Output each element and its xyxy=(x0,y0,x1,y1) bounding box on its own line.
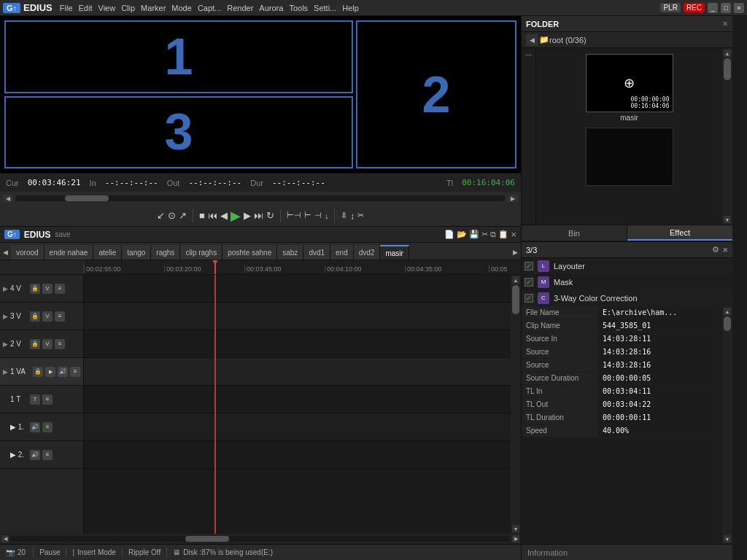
effect-check-color[interactable]: ✓ xyxy=(525,294,533,303)
tl-close-btn[interactable]: × xyxy=(511,229,516,240)
effect-check-layouter[interactable]: ✓ xyxy=(525,262,533,271)
tab-effect[interactable]: Effect xyxy=(627,225,732,241)
tab-tango[interactable]: tango xyxy=(122,245,151,260)
track-vscroll[interactable]: ▲ ▼ xyxy=(511,275,521,534)
tab-raghs[interactable]: raghs xyxy=(151,245,180,260)
stop-btn[interactable]: ■ xyxy=(199,210,205,221)
info-scroll-down[interactable]: ▼ xyxy=(724,535,731,542)
tab-dvd2[interactable]: dvd2 xyxy=(354,245,381,260)
menu-help[interactable]: Help xyxy=(342,4,359,12)
effect-close-btn[interactable]: × xyxy=(722,244,728,255)
bin-vscroll-thumb[interactable] xyxy=(724,58,731,80)
track-lock-1t[interactable]: T xyxy=(30,394,40,405)
track-lock-1va[interactable]: 🔒 xyxy=(33,367,43,377)
step-fwd-btn[interactable]: ▶ xyxy=(244,210,251,221)
track-content[interactable] xyxy=(84,275,511,534)
tl-paste-btn[interactable]: 📋 xyxy=(498,229,508,240)
menu-file[interactable]: File xyxy=(60,4,73,12)
prev-btn[interactable]: ⏮ xyxy=(208,210,217,221)
track-lock-3v[interactable]: 🔒 xyxy=(30,311,40,322)
folder-expand-icon[interactable]: — xyxy=(525,51,532,58)
tl-new-btn[interactable]: 📄 xyxy=(444,229,454,240)
hscroll-right-btn[interactable]: ▶ xyxy=(512,535,519,542)
menu-settings[interactable]: Setti... xyxy=(314,4,336,12)
menu-marker[interactable]: Marker xyxy=(141,4,166,12)
bin-back-btn[interactable]: ◀ xyxy=(526,34,538,46)
close-button[interactable]: × xyxy=(734,3,744,13)
track-lock-4v[interactable]: 🔒 xyxy=(30,284,40,294)
track-expand-1va[interactable]: ▶ xyxy=(3,368,8,376)
menu-mode[interactable]: Mode xyxy=(171,4,192,12)
overwrite-btn[interactable]: ⥥ xyxy=(341,211,347,220)
tab-masir[interactable]: masir xyxy=(380,245,409,260)
effect-settings-btn[interactable]: ⚙ xyxy=(712,244,719,255)
menu-edit[interactable]: Edit xyxy=(79,4,93,12)
mark-in-btn[interactable]: ↙ xyxy=(157,210,165,221)
tab-sabz[interactable]: sabz xyxy=(277,245,303,260)
hscroll-thumb[interactable] xyxy=(185,536,229,542)
mark-out-btn[interactable]: ↗ xyxy=(179,210,187,221)
effect-check-mask[interactable]: ✓ xyxy=(525,278,533,287)
scroll-thumb[interactable] xyxy=(65,195,109,201)
info-scroll-up[interactable]: ▲ xyxy=(724,308,731,315)
loop-btn[interactable]: ↻ xyxy=(266,210,274,221)
bin-clip-2[interactable] xyxy=(586,128,673,186)
track-vis-4v[interactable]: V xyxy=(42,284,53,294)
track-vis-3v[interactable]: V xyxy=(42,311,53,322)
bin-scrollbar[interactable]: ▲ ▼ xyxy=(722,48,732,225)
info-scrollbar[interactable]: ▲ ▼ xyxy=(722,306,732,544)
menu-capt[interactable]: Capt... xyxy=(198,4,221,12)
track-lock-2v[interactable]: 🔒 xyxy=(30,339,40,349)
minimize-button[interactable]: _ xyxy=(708,3,718,13)
tab-end[interactable]: end xyxy=(330,245,354,260)
tab-clip-raghs[interactable]: clip raghs xyxy=(180,245,222,260)
scroll-track[interactable] xyxy=(16,195,505,201)
menu-view[interactable]: View xyxy=(98,4,116,12)
bin-clip-1[interactable]: ⊕ 00:00:00:0000:16:04:06 masir xyxy=(586,54,673,122)
bin-close-btn[interactable]: × xyxy=(722,18,728,29)
effect-name-color[interactable]: 3-Way Color Correction xyxy=(554,294,638,303)
track-audio-a1[interactable]: ≡ xyxy=(42,422,53,432)
tab-scroll-left[interactable]: ◀ xyxy=(0,245,11,260)
in-btn[interactable]: ⊢ xyxy=(304,211,311,220)
vscroll-down-btn[interactable]: ▼ xyxy=(512,525,519,532)
tl-save-btn[interactable]: 💾 xyxy=(469,229,479,240)
track-vol-a2[interactable]: 🔊 xyxy=(30,450,40,460)
scroll-right-btn[interactable]: ▶ xyxy=(508,195,518,202)
tab-bin[interactable]: Bin xyxy=(522,225,627,241)
tl-copy-btn[interactable]: ⧉ xyxy=(490,229,496,240)
maximize-button[interactable]: □ xyxy=(721,3,731,13)
track-expand-4v[interactable]: ▶ xyxy=(3,285,8,292)
tl-cut-btn[interactable]: ✂ xyxy=(481,229,488,240)
insert-btn[interactable]: ↨ xyxy=(350,211,355,220)
out-btn[interactable]: ⊣ xyxy=(314,211,322,220)
menu-render[interactable]: Render xyxy=(227,4,253,12)
vscroll-thumb[interactable] xyxy=(512,285,519,314)
effect-name-layouter[interactable]: Layouter xyxy=(554,262,585,271)
hscroll-track[interactable] xyxy=(10,536,511,542)
in-out-btn[interactable]: ⊢⊣ xyxy=(287,211,301,220)
mark-btn[interactable]: ⊙ xyxy=(168,210,176,221)
tab-scroll-right[interactable]: ▶ xyxy=(510,245,521,260)
track-expand-3v[interactable]: ▶ xyxy=(3,313,8,320)
scroll-left-btn[interactable]: ◀ xyxy=(3,195,13,202)
track-audio-2v[interactable]: ≡ xyxy=(55,339,65,349)
preview-scrollbar[interactable]: ◀ ▶ xyxy=(0,192,521,205)
effect-name-mask[interactable]: Mask xyxy=(554,278,573,287)
vscroll-up-btn[interactable]: ▲ xyxy=(512,276,519,284)
play-btn[interactable]: ▶ xyxy=(231,208,241,224)
tab-dvd1[interactable]: dvd1 xyxy=(303,245,330,260)
timeline-hscroll[interactable]: ◀ ▶ xyxy=(0,534,521,544)
track-vis-2v[interactable]: V xyxy=(42,339,53,349)
track-audio-1t[interactable]: ≡ xyxy=(42,394,53,405)
track-audio-1va[interactable]: ≡ xyxy=(70,367,80,377)
track-expand-2v[interactable]: ▶ xyxy=(3,341,8,348)
tab-vorood[interactable]: vorood xyxy=(11,245,44,260)
menu-clip[interactable]: Clip xyxy=(121,4,135,12)
step-back-btn[interactable]: ◀ xyxy=(220,210,228,221)
trim-btn[interactable]: ✂ xyxy=(357,211,364,220)
info-scroll-thumb[interactable] xyxy=(724,316,731,331)
menu-aurora[interactable]: Aurora xyxy=(259,4,283,12)
add-clip-btn[interactable]: ↓ xyxy=(325,211,329,220)
tab-atelie[interactable]: atelie xyxy=(93,245,122,260)
